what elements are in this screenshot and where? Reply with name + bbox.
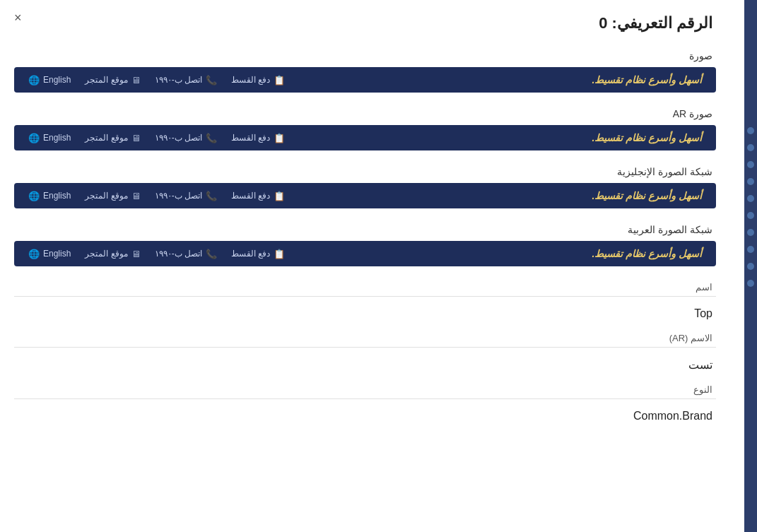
field-value-name-ar: تست bbox=[14, 358, 716, 372]
contact-icon-en-net: 📞 bbox=[206, 191, 217, 201]
contact-label-ar: اتصل ب-١٩٩٠ bbox=[155, 133, 202, 143]
banner-text-image: أسهل وأسرع نظام تقسيط. bbox=[592, 74, 702, 85]
sidebar-dot bbox=[747, 246, 754, 253]
banner-bar-image-ar: أسهل وأسرع نظام تقسيط. 📋 دفع القسط 📞 اتص… bbox=[14, 125, 716, 150]
banner-tab-english-ar-net[interactable]: English 🌐 bbox=[28, 249, 71, 259]
store-label-ar: موقع المتجر bbox=[85, 133, 127, 143]
contact-label-en-net: اتصل ب-١٩٩٠ bbox=[155, 191, 202, 201]
english-label-ar: English bbox=[43, 133, 71, 143]
payment-icon-ar-net: 📋 bbox=[274, 249, 285, 259]
banner-tab-english-ar[interactable]: English 🌐 bbox=[28, 133, 71, 143]
sidebar-dot bbox=[747, 212, 754, 219]
contact-label-ar-net: اتصل ب-١٩٩٠ bbox=[155, 249, 202, 259]
field-name: اسم Top bbox=[14, 282, 716, 320]
section-image-ar-net: شبكة الصورة العربية أسهل وأسرع نظام تقسي… bbox=[14, 224, 716, 266]
banner-tab-payment-ar[interactable]: 📋 دفع القسط bbox=[231, 133, 285, 143]
section-image-ar: صورة AR أسهل وأسرع نظام تقسيط. 📋 دفع الق… bbox=[14, 108, 716, 150]
section-image: صورة أسهل وأسرع نظام تقسيط. 📋 دفع القسط … bbox=[14, 50, 716, 93]
banner-tabs-image-en-net: 📋 دفع القسط 📞 اتصل ب-١٩٩٠ 🖥 موقع المتجر … bbox=[28, 191, 285, 201]
page-title: الرقم التعريفي: 0 bbox=[14, 14, 716, 32]
banner-tabs-image-ar-net: 📋 دفع القسط 📞 اتصل ب-١٩٩٠ 🖥 موقع المتجر … bbox=[28, 249, 285, 259]
field-value-name: Top bbox=[14, 307, 716, 320]
contact-icon-ar: 📞 bbox=[206, 133, 217, 143]
banner-tab-payment-en-net[interactable]: 📋 دفع القسط bbox=[231, 191, 285, 201]
sidebar-dot bbox=[747, 161, 754, 168]
banner-tab-contact-ar-net[interactable]: 📞 اتصل ب-١٩٩٠ bbox=[155, 249, 217, 259]
globe-icon-en-net: 🌐 bbox=[28, 191, 40, 201]
section-label-image-ar: صورة AR bbox=[14, 108, 716, 119]
banner-tab-store-en-net[interactable]: 🖥 موقع المتجر bbox=[85, 191, 140, 201]
sidebar-dot bbox=[747, 195, 754, 202]
field-name-ar: الاسم (AR) تست bbox=[14, 333, 716, 372]
main-content: × الرقم التعريفي: 0 صورة أسهل وأسرع نظام… bbox=[0, 0, 744, 532]
sidebar-dot bbox=[747, 127, 754, 134]
banner-bar-image-en-net: أسهل وأسرع نظام تقسيط. 📋 دفع القسط 📞 اتص… bbox=[14, 183, 716, 208]
banner-tab-contact-image[interactable]: 📞 اتصل ب-١٩٩٠ bbox=[155, 75, 217, 85]
sidebar-dot bbox=[747, 229, 754, 236]
store-icon-en-net: 🖥 bbox=[131, 191, 141, 201]
banner-tab-payment-image[interactable]: 📋 دفع القسط bbox=[231, 75, 285, 85]
english-label-en-net: English bbox=[43, 191, 71, 201]
payment-icon-ar: 📋 bbox=[274, 133, 285, 143]
banner-bar-image-ar-net: أسهل وأسرع نظام تقسيط. 📋 دفع القسط 📞 اتص… bbox=[14, 241, 716, 266]
left-sidebar bbox=[744, 0, 757, 532]
payment-label: دفع القسط bbox=[231, 75, 270, 85]
banner-tab-store-ar[interactable]: 🖥 موقع المتجر bbox=[85, 133, 140, 143]
field-value-type: Common.Brand bbox=[14, 410, 716, 422]
section-image-en-net: شبكة الصورة الإنجليزية أسهل وأسرع نظام ت… bbox=[14, 166, 716, 208]
english-label: English bbox=[43, 75, 71, 85]
contact-icon: 📞 bbox=[206, 75, 217, 85]
banner-tab-store-image[interactable]: 🖥 موقع المتجر bbox=[85, 75, 140, 85]
store-icon-ar-net: 🖥 bbox=[131, 249, 141, 259]
close-button[interactable]: × bbox=[14, 11, 22, 25]
field-label-type: النوع bbox=[14, 384, 716, 395]
globe-icon: 🌐 bbox=[28, 75, 40, 85]
contact-label: اتصل ب-١٩٩٠ bbox=[155, 75, 202, 85]
banner-tab-english-en-net[interactable]: English 🌐 bbox=[28, 191, 71, 201]
banner-tab-store-ar-net[interactable]: 🖥 موقع المتجر bbox=[85, 249, 140, 259]
section-label-image-ar-net: شبكة الصورة العربية bbox=[14, 224, 716, 235]
payment-label-ar: دفع القسط bbox=[231, 133, 270, 143]
section-label-image-en-net: شبكة الصورة الإنجليزية bbox=[14, 166, 716, 177]
sidebar-dot bbox=[747, 178, 754, 185]
sidebar-dot bbox=[747, 263, 754, 270]
sidebar-dot bbox=[747, 280, 754, 287]
payment-icon-en-net: 📋 bbox=[274, 191, 285, 201]
store-label-ar-net: موقع المتجر bbox=[85, 249, 127, 259]
section-label-image: صورة bbox=[14, 50, 716, 61]
globe-icon-ar-net: 🌐 bbox=[28, 249, 40, 259]
globe-icon-ar: 🌐 bbox=[28, 133, 40, 143]
divider-name bbox=[14, 296, 716, 297]
banner-text-image-en-net: أسهل وأسرع نظام تقسيط. bbox=[592, 190, 702, 201]
field-label-name-ar: الاسم (AR) bbox=[14, 333, 716, 343]
banner-text-image-ar-net: أسهل وأسرع نظام تقسيط. bbox=[592, 248, 702, 259]
store-icon: 🖥 bbox=[131, 75, 141, 85]
banner-text-image-ar: أسهل وأسرع نظام تقسيط. bbox=[592, 132, 702, 143]
contact-icon-ar-net: 📞 bbox=[206, 249, 217, 259]
field-label-name: اسم bbox=[14, 282, 716, 292]
store-label-en-net: موقع المتجر bbox=[85, 191, 127, 201]
field-type: النوع Common.Brand bbox=[14, 384, 716, 422]
divider-type bbox=[14, 398, 716, 399]
banner-tab-contact-ar[interactable]: 📞 اتصل ب-١٩٩٠ bbox=[155, 133, 217, 143]
banner-tabs-image: 📋 دفع القسط 📞 اتصل ب-١٩٩٠ 🖥 موقع المتجر … bbox=[28, 75, 285, 85]
store-label: موقع المتجر bbox=[85, 75, 127, 85]
payment-label-ar-net: دفع القسط bbox=[231, 249, 270, 259]
sidebar-dots bbox=[747, 127, 754, 287]
payment-icon: 📋 bbox=[274, 75, 285, 85]
banner-tab-payment-ar-net[interactable]: 📋 دفع القسط bbox=[231, 249, 285, 259]
payment-label-en-net: دفع القسط bbox=[231, 191, 270, 201]
banner-tab-contact-en-net[interactable]: 📞 اتصل ب-١٩٩٠ bbox=[155, 191, 217, 201]
page-wrapper: × الرقم التعريفي: 0 صورة أسهل وأسرع نظام… bbox=[0, 0, 757, 532]
english-label-ar-net: English bbox=[43, 249, 71, 259]
sidebar-dot bbox=[747, 144, 754, 151]
banner-tabs-image-ar: 📋 دفع القسط 📞 اتصل ب-١٩٩٠ 🖥 موقع المتجر … bbox=[28, 133, 285, 143]
banner-tab-english-image[interactable]: English 🌐 bbox=[28, 75, 71, 85]
banner-bar-image: أسهل وأسرع نظام تقسيط. 📋 دفع القسط 📞 اتص… bbox=[14, 67, 716, 93]
divider-name-ar bbox=[14, 347, 716, 348]
store-icon-ar: 🖥 bbox=[131, 133, 141, 143]
